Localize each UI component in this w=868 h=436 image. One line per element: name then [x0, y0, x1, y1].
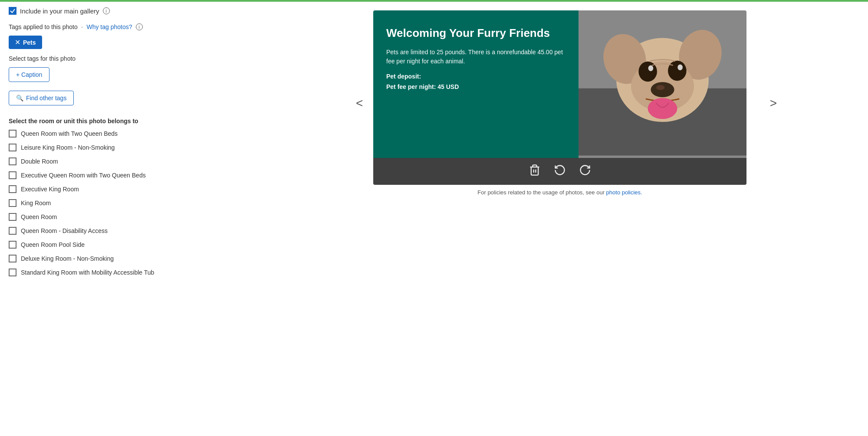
room-item-label: Deluxe King Room - Non-Smoking	[21, 255, 114, 262]
image-card: Welcoming Your Furry Friends Pets are li…	[373, 10, 746, 185]
room-item-label: Executive King Room	[21, 186, 79, 193]
room-checkbox-10[interactable]	[9, 269, 16, 276]
pet-fee-label: Pet fee per night:	[386, 83, 436, 90]
why-tag-link[interactable]: Why tag photos?	[86, 23, 132, 30]
gallery-checkbox[interactable]	[9, 7, 16, 15]
room-checkbox-2[interactable]	[9, 157, 16, 165]
room-item[interactable]: Leisure King Room - Non-Smoking	[9, 144, 243, 151]
svg-point-12	[648, 98, 677, 119]
image-toolbar	[373, 158, 746, 185]
room-checkbox-0[interactable]	[9, 130, 16, 138]
policy-static-text: For policies related to the usage of pho…	[477, 189, 605, 196]
svg-point-8	[648, 65, 654, 71]
rotate-left-icon[interactable]	[554, 164, 566, 179]
pet-fee: Pet fee per night: 45 USD	[386, 83, 566, 90]
gallery-row: Include in your main gallery i	[9, 7, 243, 15]
gallery-info-icon[interactable]: i	[103, 7, 110, 14]
room-item[interactable]: Double Room	[9, 157, 243, 165]
tags-applied-label: Tags applied to this photo	[9, 23, 78, 30]
room-checkbox-5[interactable]	[9, 199, 16, 207]
room-list: Queen Room with Two Queen BedsLeisure Ki…	[9, 130, 243, 276]
card-description: Pets are limited to 25 pounds. There is …	[386, 48, 566, 66]
gallery-label: Include in your main gallery	[20, 7, 99, 15]
tag-chip-x: ✕	[15, 38, 20, 46]
room-item-label: Executive Queen Room with Two Queen Beds	[21, 172, 146, 179]
left-panel: Include in your main gallery i Tags appl…	[0, 2, 252, 436]
room-item-label: Standard King Room with Mobility Accessi…	[21, 269, 154, 276]
pet-deposit-label: Pet deposit:	[386, 73, 566, 80]
room-checkbox-8[interactable]	[9, 241, 16, 249]
room-checkbox-1[interactable]	[9, 144, 16, 151]
select-tags-label: Select tags for this photo	[9, 55, 243, 62]
find-tags-label: Find other tags	[26, 95, 66, 102]
room-checkbox-7[interactable]	[9, 227, 16, 235]
prev-arrow[interactable]: <	[352, 92, 367, 115]
next-arrow[interactable]: >	[766, 92, 781, 115]
right-panel: < Welcoming Your Furry Friends Pets are …	[252, 2, 868, 436]
svg-point-11	[656, 85, 664, 90]
room-item-label: Queen Room with Two Queen Beds	[21, 130, 118, 137]
room-item-label: Leisure King Room - Non-Smoking	[21, 144, 115, 151]
room-item[interactable]: Queen Room - Disability Access	[9, 227, 243, 235]
room-item[interactable]: Deluxe King Room - Non-Smoking	[9, 255, 243, 262]
find-tags-button[interactable]: 🔍 Find other tags	[9, 91, 74, 105]
caption-button[interactable]: + Caption	[9, 67, 49, 82]
room-item[interactable]: Executive Queen Room with Two Queen Beds	[9, 171, 243, 179]
room-section-title: Select the room or unit this photo belon…	[9, 118, 243, 125]
card-title: Welcoming Your Furry Friends	[386, 26, 566, 41]
rotate-right-icon[interactable]	[579, 164, 591, 179]
room-checkbox-6[interactable]	[9, 213, 16, 221]
tags-separator: -	[81, 23, 83, 30]
caption-button-label: + Caption	[16, 71, 42, 78]
room-item-label: Double Room	[21, 158, 58, 165]
image-content: Welcoming Your Furry Friends Pets are li…	[373, 10, 746, 158]
room-item-label: King Room	[21, 200, 51, 207]
svg-point-9	[677, 65, 683, 71]
room-item-label: Queen Room Pool Side	[21, 241, 85, 248]
room-checkbox-9[interactable]	[9, 255, 16, 262]
image-wrapper: < Welcoming Your Furry Friends Pets are …	[373, 10, 746, 196]
svg-point-7	[668, 61, 687, 81]
why-tag-info-icon[interactable]: i	[136, 23, 143, 30]
room-item[interactable]: Executive King Room	[9, 185, 243, 193]
dog-image	[579, 10, 746, 158]
tags-applied-row: Tags applied to this photo - Why tag pho…	[9, 23, 243, 30]
room-item[interactable]: King Room	[9, 199, 243, 207]
room-item-label: Queen Room	[21, 213, 57, 220]
green-panel: Welcoming Your Furry Friends Pets are li…	[373, 10, 579, 158]
room-item[interactable]: Standard King Room with Mobility Accessi…	[9, 269, 243, 276]
tag-chip-pets[interactable]: ✕ Pets	[9, 36, 42, 49]
tag-chip-label: Pets	[23, 39, 36, 46]
policy-text: For policies related to the usage of pho…	[477, 189, 642, 196]
delete-icon[interactable]	[529, 164, 541, 179]
room-item[interactable]: Queen Room with Two Queen Beds	[9, 130, 243, 138]
policy-link[interactable]: photo policies.	[606, 189, 642, 196]
pet-fee-value: 45 USD	[437, 83, 459, 90]
room-checkbox-3[interactable]	[9, 171, 16, 179]
room-item-label: Queen Room - Disability Access	[21, 227, 108, 234]
room-item[interactable]: Queen Room	[9, 213, 243, 221]
room-checkbox-4[interactable]	[9, 185, 16, 193]
room-item[interactable]: Queen Room Pool Side	[9, 241, 243, 249]
